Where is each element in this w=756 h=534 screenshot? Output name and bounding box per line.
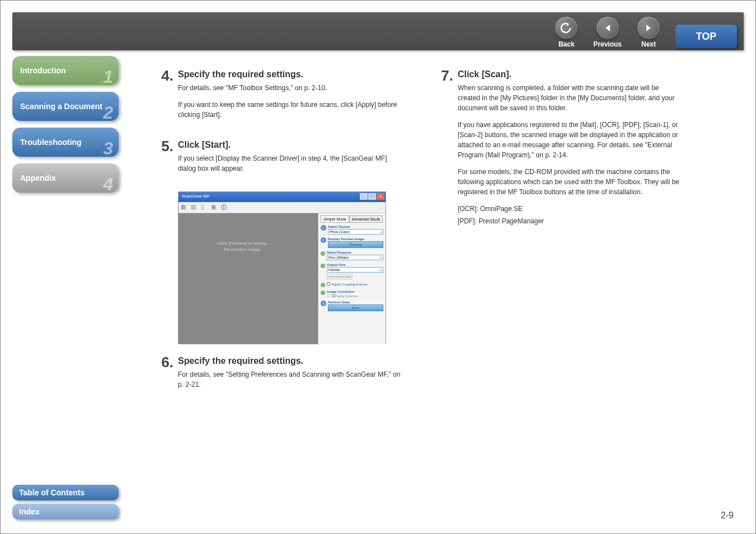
field-label: Output Size xyxy=(327,263,383,266)
bullet-icon xyxy=(321,291,325,295)
next-label: Next xyxy=(641,40,656,48)
step-title: Click [Scan]. xyxy=(458,69,683,79)
back-icon xyxy=(555,17,577,39)
preview-button: Preview xyxy=(328,241,383,248)
ss-mode-tabs: Simple Mode Advanced Mode xyxy=(321,216,383,223)
field-label: Perform Scan xyxy=(328,301,383,304)
previous-button[interactable]: Previous xyxy=(593,17,622,48)
scan-button: Scan xyxy=(328,305,383,311)
step-num: 5. xyxy=(157,138,178,180)
bullet-icon xyxy=(321,264,325,268)
sidebar-item-label: Appendix xyxy=(20,174,56,182)
back-button[interactable]: Back xyxy=(555,17,577,48)
sidebar: Introduction 1 Scanning a Document 2 Tro… xyxy=(12,56,121,199)
next-icon xyxy=(637,17,660,39)
sidebar-item-label: Scanning a Document xyxy=(20,102,102,111)
checkbox-icon xyxy=(327,282,330,285)
field-label: Select Purpose xyxy=(327,251,383,254)
step-6: 6. Specify the required settings. For de… xyxy=(157,354,403,396)
sidebar-item-num: 2 xyxy=(103,102,113,123)
step-num: 7. xyxy=(436,67,458,233)
left-column: 4. Specify the required settings. For de… xyxy=(157,67,403,407)
step-num: 6. xyxy=(157,354,178,396)
step-text: For some models, the CD-ROM provided wit… xyxy=(458,167,683,197)
step-text: For details, see "Setting Preferences an… xyxy=(178,369,403,390)
fading-label: Fading Correction xyxy=(336,294,358,298)
ss-window-buttons: – □ × xyxy=(359,193,384,200)
page-number: 2-9 xyxy=(721,510,734,521)
ss-row-source: 1 Select Source Photo (Color) xyxy=(321,225,383,235)
bullet-icon xyxy=(321,251,325,256)
ss-row-scan: 3 Perform Scan Scan xyxy=(321,301,383,311)
ss-settings-panel: Simple Mode Advanced Mode 1 Select Sourc… xyxy=(318,213,386,344)
bottom-nav: Table of Contents Index xyxy=(12,485,121,523)
field-label: Select Source xyxy=(328,225,383,228)
step-title: Specify the required settings. xyxy=(178,69,403,79)
invert-aspect-button: Invert Aspect Ratio xyxy=(327,274,353,279)
step-text: If you have applications registered to t… xyxy=(458,120,683,160)
step-marker-3: 3 xyxy=(321,301,326,306)
step-body: Click [Scan]. When scanning is completed… xyxy=(458,67,683,233)
step-title: Specify the required settings. xyxy=(178,356,403,366)
sidebar-item-num: 1 xyxy=(103,67,113,87)
sidebar-item-num: 3 xyxy=(103,138,113,159)
step-5: 5. Click [Start]. If you select [Display… xyxy=(157,138,403,180)
step-text: [PDF]: Presto! PageManager xyxy=(458,216,683,226)
next-button[interactable]: Next xyxy=(637,17,660,48)
step-text: When scanning is completed, a folder wit… xyxy=(458,83,683,113)
ss-titlebar: ScanGear MF – □ × xyxy=(179,192,386,202)
ss-row-correction: Image Correction Fading Correction xyxy=(321,290,383,298)
sidebar-item-introduction[interactable]: Introduction 1 xyxy=(12,56,119,85)
sidebar-item-label: Troubleshooting xyxy=(20,138,82,147)
step-title: Click [Start]. xyxy=(178,140,403,150)
step-text: [OCR]: OmniPage SE xyxy=(458,204,683,214)
ss-row-crop: Adjust Cropping Frames xyxy=(321,282,383,287)
info-icon: ⓘ xyxy=(221,204,229,212)
page-icon: ▯ xyxy=(201,204,209,212)
step-num: 4. xyxy=(157,67,178,127)
sidebar-item-num: 4 xyxy=(103,174,113,195)
hint-line: Click [Preview] to display xyxy=(218,241,267,246)
simple-mode-tab: Simple Mode xyxy=(321,216,349,223)
ss-row-output: Output Size Flexible Invert Aspect Ratio xyxy=(321,263,383,279)
ss-body: Click [Preview] to display the preview i… xyxy=(179,213,386,344)
field-label: Adjust Cropping Frames xyxy=(331,283,368,286)
ss-row-preview: 2 Display Preview Image Preview xyxy=(321,237,383,248)
step-body: Specify the required settings. For detai… xyxy=(178,67,403,127)
ss-row-purpose: Select Purpose Print (300dpi) xyxy=(321,251,383,260)
previous-label: Previous xyxy=(593,40,622,48)
scangear-screenshot: ScanGear MF – □ × ▦ ▤ ▯ ▣ ⓘ Click [Previ… xyxy=(178,191,386,344)
step-body: Specify the required settings. For detai… xyxy=(178,354,403,396)
crop-icon: ▦ xyxy=(181,204,189,212)
bullet-icon xyxy=(321,283,325,287)
step-7: 7. Click [Scan]. When scanning is comple… xyxy=(436,67,683,233)
copy-icon: ▣ xyxy=(211,204,219,212)
top-button[interactable]: TOP xyxy=(675,25,737,48)
step-text: If you want to keep the same settings fo… xyxy=(178,100,403,120)
field-label: Image Correction xyxy=(327,290,383,293)
thumb-icon xyxy=(327,294,331,297)
step-marker-1: 1 xyxy=(321,225,326,231)
back-label: Back xyxy=(558,40,575,48)
step-body: Click [Start]. If you select [Display th… xyxy=(178,138,403,180)
step-text: For details, see "MF Toolbox Settings," … xyxy=(178,83,403,93)
index-button[interactable]: Index xyxy=(12,504,119,519)
hint-line: the preview image. xyxy=(224,247,261,252)
maximize-icon: □ xyxy=(368,193,376,200)
field-label: Display Preview Image xyxy=(328,237,383,241)
sidebar-item-troubleshooting[interactable]: Troubleshooting 3 xyxy=(12,128,119,157)
step-marker-2: 2 xyxy=(321,237,326,243)
sidebar-item-scanning[interactable]: Scanning a Document 2 xyxy=(12,92,119,121)
toc-button[interactable]: Table of Contents xyxy=(12,485,119,500)
nav-buttons: Back Previous Next xyxy=(555,17,660,48)
rotate-icon: ▤ xyxy=(191,204,199,212)
advanced-mode-tab: Advanced Mode xyxy=(349,216,383,223)
content: 4. Specify the required settings. For de… xyxy=(157,67,734,407)
ss-preview-area: Click [Preview] to display the preview i… xyxy=(179,213,318,344)
right-column: 7. Click [Scan]. When scanning is comple… xyxy=(436,67,683,407)
sidebar-item-appendix[interactable]: Appendix 4 xyxy=(12,163,119,193)
minimize-icon: – xyxy=(360,193,368,200)
top-bar: Back Previous Next TOP xyxy=(12,12,744,50)
previous-icon xyxy=(597,17,619,39)
close-icon: × xyxy=(377,193,384,200)
